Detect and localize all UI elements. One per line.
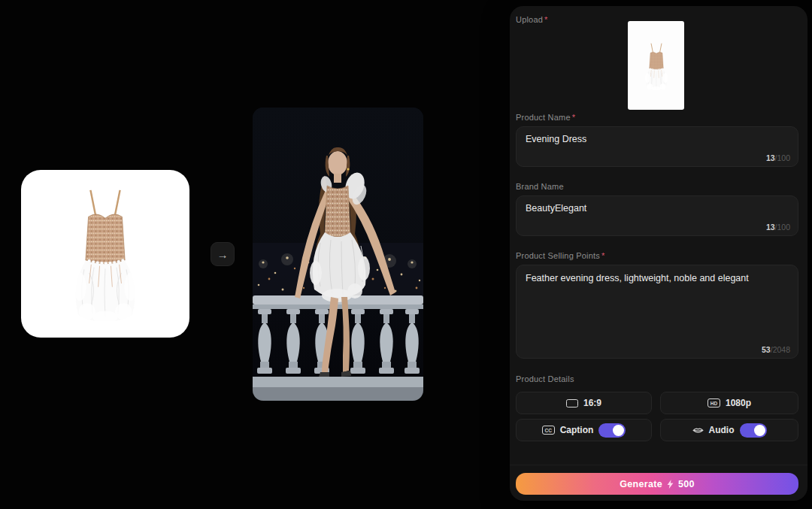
brand-name-label: Brand Name xyxy=(516,182,564,191)
caption-toggle[interactable] xyxy=(598,423,626,438)
brand-name-input[interactable] xyxy=(526,203,744,214)
caption-option: CC Caption xyxy=(516,419,652,441)
resolution-button[interactable]: HD 1080p xyxy=(660,392,798,414)
audio-option: Audio xyxy=(660,419,798,441)
required-asterisk: * xyxy=(601,251,604,260)
toggle-knob xyxy=(754,425,765,436)
lips-icon xyxy=(692,426,704,435)
resolution-value: 1080p xyxy=(726,398,751,408)
upload-label: Upload* xyxy=(516,15,548,24)
product-dress-image xyxy=(21,170,189,338)
toggle-knob xyxy=(613,425,624,436)
arrow-right-icon: → xyxy=(217,248,229,261)
product-name-field: 13/100 xyxy=(516,126,798,167)
required-asterisk: * xyxy=(572,113,575,122)
product-name-counter: 13/100 xyxy=(766,153,790,162)
generate-button[interactable]: Generate 500 xyxy=(516,473,798,495)
brand-name-counter: 13/100 xyxy=(766,223,790,232)
closed-captions-icon: CC xyxy=(542,426,555,435)
product-name-input[interactable] xyxy=(526,134,744,144)
footer-divider xyxy=(510,465,807,465)
generate-credits: 500 xyxy=(678,479,695,489)
selling-points-label: Product Selling Points* xyxy=(516,251,605,260)
aspect-ratio-button[interactable]: 16:9 xyxy=(516,392,652,414)
caption-label: Caption xyxy=(560,425,594,435)
upload-thumbnail[interactable] xyxy=(628,21,684,110)
aspect-ratio-value: 16:9 xyxy=(583,398,601,408)
selling-points-counter: 53/2048 xyxy=(762,345,790,354)
selling-points-textarea[interactable]: Feather evening dress, lightweight, nobl… xyxy=(526,272,787,340)
audio-label: Audio xyxy=(709,425,735,435)
selling-points-field: Feather evening dress, lightweight, nobl… xyxy=(516,265,798,359)
brand-name-field: 13/100 xyxy=(516,195,798,236)
generate-label: Generate xyxy=(620,479,662,489)
hd-icon: HD xyxy=(707,398,720,408)
uploaded-dress-image xyxy=(641,39,671,92)
widescreen-icon xyxy=(566,399,578,408)
product-details-label: Product Details xyxy=(516,374,574,383)
generation-form-panel: Upload* Product Name* 13/100 Brand Name … xyxy=(510,6,807,501)
audio-toggle[interactable] xyxy=(740,423,767,438)
lightning-bolt-icon xyxy=(667,480,674,489)
transform-arrow-button[interactable]: → xyxy=(211,242,235,266)
product-image-card xyxy=(21,170,189,338)
product-name-label: Product Name* xyxy=(516,113,575,122)
required-asterisk: * xyxy=(544,15,547,24)
generated-result-image xyxy=(253,108,423,401)
model-night-scene-image xyxy=(253,108,423,401)
